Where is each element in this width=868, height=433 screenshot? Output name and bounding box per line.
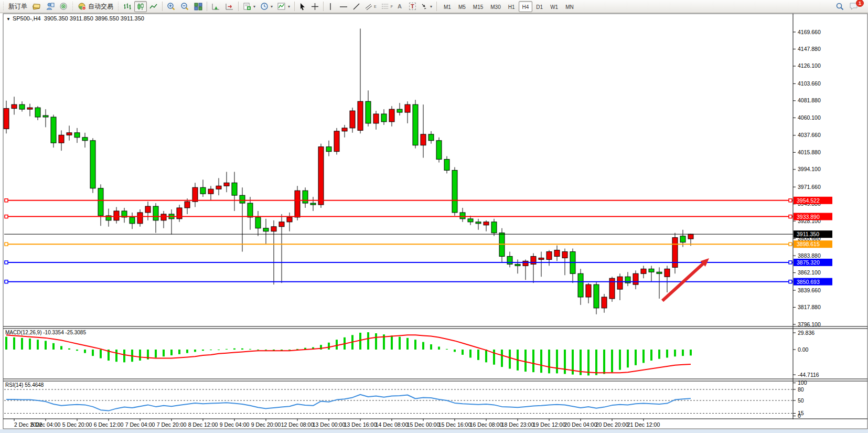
candle-body <box>310 203 316 205</box>
macd-histogram-bar <box>233 348 235 350</box>
macd-histogram-bar <box>587 350 590 375</box>
date-tick-label: 20 Dec 04:00 <box>564 421 597 428</box>
candle-body <box>263 228 269 231</box>
candle-body <box>507 256 512 264</box>
chart-shift-button[interactable] <box>223 1 236 12</box>
macd-histogram-bar <box>391 335 393 350</box>
chat-button[interactable]: 1 <box>847 1 861 12</box>
price-tick-label: 4126.100 <box>798 62 821 69</box>
macd-histogram-bar <box>296 349 298 350</box>
candle-body <box>665 269 670 277</box>
macd-histogram-bar <box>674 350 676 356</box>
timeframe-W1[interactable]: W1 <box>546 1 562 12</box>
text-tool-button[interactable]: A <box>395 1 406 12</box>
line-end-marker[interactable] <box>789 280 792 283</box>
line-chart-icon <box>149 3 158 10</box>
candle-body <box>279 222 284 227</box>
auto-scroll-button[interactable] <box>209 1 222 12</box>
macd-histogram-bar <box>21 338 23 350</box>
arrows-tool-button[interactable] <box>419 1 434 12</box>
macd-histogram-bar <box>532 350 534 372</box>
macd-histogram-bar <box>493 350 495 365</box>
search-button[interactable] <box>833 1 846 12</box>
horizontal-line-tool-button[interactable] <box>337 1 350 12</box>
macd-histogram-bar <box>406 338 409 350</box>
line-end-marker[interactable] <box>5 242 8 246</box>
price-tick-label: 3883.880 <box>798 252 821 259</box>
macd-histogram-bar <box>414 340 416 350</box>
timeframe-M5[interactable]: M5 <box>455 1 469 12</box>
toolbar-separator <box>238 2 239 11</box>
toolbar-grip <box>117 2 120 11</box>
fibonacci-sub-label: F <box>391 5 393 8</box>
line-end-marker[interactable] <box>5 215 8 218</box>
date-tick-label: 9 Dec 20:00 <box>251 421 281 428</box>
macd-histogram-bar <box>446 349 448 350</box>
timeframe-D1[interactable]: D1 <box>532 1 546 12</box>
candle-body <box>208 189 213 194</box>
candle-body <box>484 222 489 225</box>
profile-icon[interactable] <box>44 1 57 12</box>
line-end-marker[interactable] <box>789 242 792 246</box>
text-label-tool-label: T <box>409 3 416 10</box>
text-tool-label: A <box>398 3 402 9</box>
periodicity-button[interactable] <box>258 1 275 12</box>
tickets-icon-glyph <box>32 3 41 10</box>
candle-body <box>657 272 662 273</box>
line-end-marker[interactable] <box>789 261 792 264</box>
candle-body <box>90 141 95 188</box>
timeframe-H1[interactable]: H1 <box>505 1 519 12</box>
date-tick-label: 18 Dec 23:00 <box>501 421 534 428</box>
autotrading-button[interactable]: 自动交易 <box>76 1 115 12</box>
text-label-tool-button[interactable]: T <box>407 1 418 12</box>
new-chart-icon <box>243 2 251 10</box>
bar-chart-mode-button[interactable] <box>121 1 134 12</box>
macd-histogram-bar <box>241 348 243 350</box>
line-end-marker[interactable] <box>789 215 792 218</box>
trendline-tool-button[interactable] <box>350 1 362 12</box>
macd-histogram-bar <box>178 350 180 354</box>
candle-body <box>633 273 638 284</box>
timeframe-M1[interactable]: M1 <box>440 1 455 12</box>
macd-histogram-bar <box>92 350 94 356</box>
channel-tool-button[interactable]: E <box>363 1 379 12</box>
crosshair-tool-button[interactable] <box>309 1 321 12</box>
candle-body <box>12 104 17 108</box>
candle-body <box>358 101 363 130</box>
date-tick-label: 7 Dec 20:00 <box>157 421 187 428</box>
date-tick-label: 14 Dec 08:00 <box>376 421 409 428</box>
date-tick-label: 5 Dec 20:00 <box>62 421 92 428</box>
tickets-icon[interactable] <box>30 1 43 12</box>
candle-body <box>342 128 347 131</box>
timeframe-M15[interactable]: M15 <box>469 1 487 12</box>
macd-histogram-bar <box>462 350 464 355</box>
line-chart-mode-button[interactable] <box>147 1 160 12</box>
indicators-icon <box>277 2 286 10</box>
line-end-marker[interactable] <box>5 199 8 202</box>
timeframe-M30[interactable]: M30 <box>487 1 504 12</box>
price-tick-label: 4060.100 <box>798 114 821 121</box>
indicators-button[interactable] <box>275 1 292 12</box>
candle-body <box>303 191 308 203</box>
line-end-marker[interactable] <box>5 261 8 264</box>
timeframe-MN[interactable]: MN <box>562 1 577 12</box>
new-order-button[interactable]: 新订单 <box>6 1 29 12</box>
zoom-out-button[interactable] <box>178 1 191 12</box>
candle-body <box>224 183 229 186</box>
toolbar-separator <box>323 2 324 11</box>
tile-windows-button[interactable] <box>192 1 205 12</box>
line-end-marker[interactable] <box>5 280 8 283</box>
candlestick-mode-button[interactable] <box>134 1 147 12</box>
line-end-marker[interactable] <box>789 199 792 202</box>
zoom-in-button[interactable] <box>165 1 178 12</box>
signal-icon[interactable] <box>57 1 70 12</box>
fibonacci-tool-button[interactable]: F <box>379 1 395 12</box>
candle-body <box>161 214 166 220</box>
autotrading-icon <box>78 2 87 10</box>
vertical-line-tool-button[interactable] <box>326 1 337 12</box>
toolbar-separator <box>162 2 163 11</box>
new-chart-button[interactable] <box>241 1 258 12</box>
fibonacci-icon <box>381 3 389 10</box>
cursor-tool-button[interactable] <box>297 1 308 12</box>
timeframe-H4[interactable]: H4 <box>519 1 533 12</box>
